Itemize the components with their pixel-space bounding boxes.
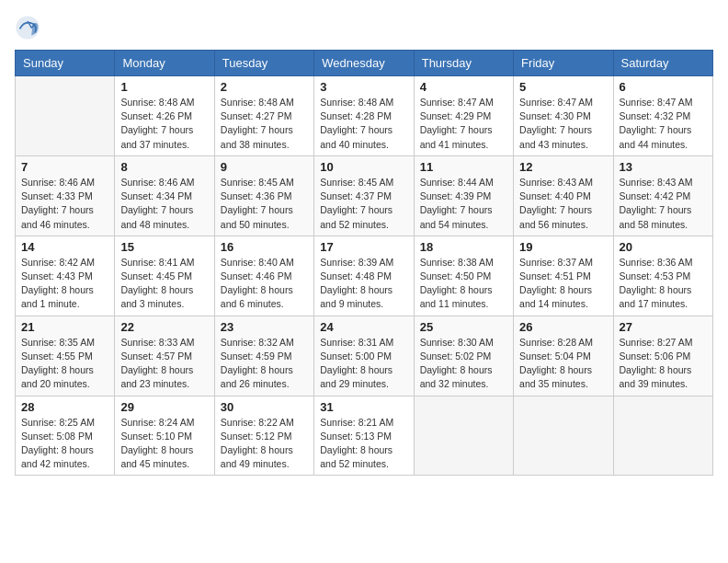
day-number: 14 [21,240,108,254]
day-number: 19 [519,240,607,254]
day-info: Sunrise: 8:37 AMSunset: 4:51 PMDaylight:… [519,256,607,312]
calendar-cell [613,396,712,476]
calendar-cell: 26Sunrise: 8:28 AMSunset: 5:04 PMDayligh… [514,316,613,396]
day-number: 26 [519,320,607,334]
day-info: Sunrise: 8:47 AMSunset: 4:30 PMDaylight:… [519,96,607,152]
calendar-table: SundayMondayTuesdayWednesdayThursdayFrid… [15,50,713,476]
calendar-cell: 18Sunrise: 8:38 AMSunset: 4:50 PMDayligh… [414,236,513,316]
day-info: Sunrise: 8:25 AMSunset: 5:08 PMDaylight:… [21,416,108,472]
calendar-cell: 29Sunrise: 8:24 AMSunset: 5:10 PMDayligh… [115,396,214,476]
day-number: 29 [120,400,208,414]
calendar-cell: 17Sunrise: 8:39 AMSunset: 4:48 PMDayligh… [314,236,414,316]
day-info: Sunrise: 8:43 AMSunset: 4:42 PMDaylight:… [620,176,707,232]
day-info: Sunrise: 8:45 AMSunset: 4:37 PMDaylight:… [320,176,407,232]
day-info: Sunrise: 8:27 AMSunset: 5:06 PMDaylight:… [620,336,707,392]
calendar-cell: 28Sunrise: 8:25 AMSunset: 5:08 PMDayligh… [16,396,115,476]
calendar-cell: 2Sunrise: 8:48 AMSunset: 4:27 PMDaylight… [214,76,313,156]
calendar-cell: 25Sunrise: 8:30 AMSunset: 5:02 PMDayligh… [414,316,513,396]
calendar-cell: 21Sunrise: 8:35 AMSunset: 4:55 PMDayligh… [16,316,115,396]
calendar-cell: 9Sunrise: 8:45 AMSunset: 4:36 PMDaylight… [214,155,313,236]
weekday-header-monday: Monday [115,51,214,76]
day-number: 5 [519,80,607,94]
day-number: 9 [221,160,308,174]
day-number: 12 [519,160,607,174]
logo-icon [15,15,40,40]
day-info: Sunrise: 8:22 AMSunset: 5:12 PMDaylight:… [221,416,308,472]
calendar-cell [16,76,115,156]
weekday-header-wednesday: Wednesday [314,51,414,76]
weekday-header-row: SundayMondayTuesdayWednesdayThursdayFrid… [16,51,713,76]
calendar-cell: 7Sunrise: 8:46 AMSunset: 4:33 PMDaylight… [16,155,115,236]
day-info: Sunrise: 8:48 AMSunset: 4:27 PMDaylight:… [221,96,308,152]
day-number: 3 [320,80,407,94]
calendar-cell: 19Sunrise: 8:37 AMSunset: 4:51 PMDayligh… [514,236,613,316]
day-number: 7 [21,160,108,174]
day-number: 23 [221,320,308,334]
calendar-cell: 11Sunrise: 8:44 AMSunset: 4:39 PMDayligh… [414,155,513,236]
day-number: 24 [320,320,407,334]
day-info: Sunrise: 8:36 AMSunset: 4:53 PMDaylight:… [620,256,707,312]
day-info: Sunrise: 8:46 AMSunset: 4:34 PMDaylight:… [120,176,208,232]
day-info: Sunrise: 8:48 AMSunset: 4:26 PMDaylight:… [120,96,208,152]
weekday-header-friday: Friday [514,51,613,76]
week-row-4: 21Sunrise: 8:35 AMSunset: 4:55 PMDayligh… [16,316,713,396]
calendar-cell: 1Sunrise: 8:48 AMSunset: 4:26 PMDaylight… [115,76,214,156]
page-header [15,15,713,40]
week-row-5: 28Sunrise: 8:25 AMSunset: 5:08 PMDayligh… [16,396,713,476]
calendar-cell: 5Sunrise: 8:47 AMSunset: 4:30 PMDaylight… [514,76,613,156]
day-info: Sunrise: 8:47 AMSunset: 4:32 PMDaylight:… [620,96,707,152]
weekday-header-sunday: Sunday [16,51,115,76]
day-number: 6 [620,80,707,94]
day-number: 27 [620,320,707,334]
day-info: Sunrise: 8:31 AMSunset: 5:00 PMDaylight:… [320,336,407,392]
day-info: Sunrise: 8:42 AMSunset: 4:43 PMDaylight:… [21,256,108,312]
day-number: 11 [420,160,507,174]
day-info: Sunrise: 8:32 AMSunset: 4:59 PMDaylight:… [221,336,308,392]
day-info: Sunrise: 8:24 AMSunset: 5:10 PMDaylight:… [120,416,208,472]
day-info: Sunrise: 8:35 AMSunset: 4:55 PMDaylight:… [21,336,108,392]
day-info: Sunrise: 8:28 AMSunset: 5:04 PMDaylight:… [519,336,607,392]
day-number: 15 [120,240,208,254]
calendar-cell: 22Sunrise: 8:33 AMSunset: 4:57 PMDayligh… [115,316,214,396]
day-info: Sunrise: 8:38 AMSunset: 4:50 PMDaylight:… [420,256,507,312]
day-info: Sunrise: 8:45 AMSunset: 4:36 PMDaylight:… [221,176,308,232]
day-info: Sunrise: 8:21 AMSunset: 5:13 PMDaylight:… [320,416,407,472]
day-info: Sunrise: 8:41 AMSunset: 4:45 PMDaylight:… [120,256,208,312]
day-number: 10 [320,160,407,174]
calendar-cell: 27Sunrise: 8:27 AMSunset: 5:06 PMDayligh… [613,316,712,396]
day-info: Sunrise: 8:43 AMSunset: 4:40 PMDaylight:… [519,176,607,232]
day-info: Sunrise: 8:44 AMSunset: 4:39 PMDaylight:… [420,176,507,232]
calendar-cell: 14Sunrise: 8:42 AMSunset: 4:43 PMDayligh… [16,236,115,316]
day-number: 31 [320,400,407,414]
weekday-header-thursday: Thursday [414,51,513,76]
calendar-cell: 3Sunrise: 8:48 AMSunset: 4:28 PMDaylight… [314,76,414,156]
day-number: 25 [420,320,507,334]
logo [15,15,44,40]
day-info: Sunrise: 8:47 AMSunset: 4:29 PMDaylight:… [420,96,507,152]
day-info: Sunrise: 8:30 AMSunset: 5:02 PMDaylight:… [420,336,507,392]
calendar-cell: 20Sunrise: 8:36 AMSunset: 4:53 PMDayligh… [613,236,712,316]
calendar-cell: 16Sunrise: 8:40 AMSunset: 4:46 PMDayligh… [214,236,313,316]
calendar-cell: 30Sunrise: 8:22 AMSunset: 5:12 PMDayligh… [214,396,313,476]
weekday-header-tuesday: Tuesday [214,51,313,76]
calendar-cell: 24Sunrise: 8:31 AMSunset: 5:00 PMDayligh… [314,316,414,396]
day-number: 17 [320,240,407,254]
calendar-cell [414,396,513,476]
calendar-cell: 6Sunrise: 8:47 AMSunset: 4:32 PMDaylight… [613,76,712,156]
calendar-cell: 8Sunrise: 8:46 AMSunset: 4:34 PMDaylight… [115,155,214,236]
calendar-cell [514,396,613,476]
week-row-3: 14Sunrise: 8:42 AMSunset: 4:43 PMDayligh… [16,236,713,316]
day-number: 30 [221,400,308,414]
day-number: 22 [120,320,208,334]
day-info: Sunrise: 8:48 AMSunset: 4:28 PMDaylight:… [320,96,407,152]
calendar-cell: 12Sunrise: 8:43 AMSunset: 4:40 PMDayligh… [514,155,613,236]
weekday-header-saturday: Saturday [613,51,712,76]
week-row-2: 7Sunrise: 8:46 AMSunset: 4:33 PMDaylight… [16,155,713,236]
day-number: 4 [420,80,507,94]
week-row-1: 1Sunrise: 8:48 AMSunset: 4:26 PMDaylight… [16,76,713,156]
day-number: 1 [120,80,208,94]
calendar-cell: 23Sunrise: 8:32 AMSunset: 4:59 PMDayligh… [214,316,313,396]
day-info: Sunrise: 8:40 AMSunset: 4:46 PMDaylight:… [221,256,308,312]
day-number: 28 [21,400,108,414]
day-info: Sunrise: 8:39 AMSunset: 4:48 PMDaylight:… [320,256,407,312]
